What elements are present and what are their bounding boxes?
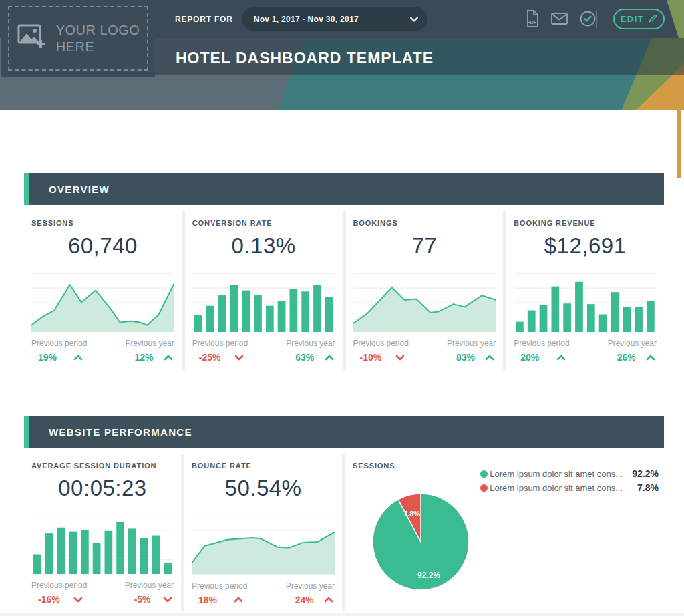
dashboard-content: OVERVIEW SESSIONS 60,740 Previous period… bbox=[24, 110, 664, 611]
pdf-export-icon[interactable]: PDF bbox=[525, 10, 539, 27]
card-value: 0.13% bbox=[192, 233, 335, 259]
previous-period-compare: Previous period 18% bbox=[192, 581, 247, 605]
avg-session-duration-card: AVERAGE SESSION DURATION 00:05:23 Previo… bbox=[24, 454, 181, 611]
delta-value: -16% bbox=[38, 594, 60, 605]
booking-revenue-card: BOOKING REVENUE $12,691 Previous period … bbox=[506, 211, 664, 371]
previous-period-compare: Previous period -25% bbox=[192, 339, 248, 363]
legend-dot-red bbox=[480, 484, 488, 492]
card-value: 60,740 bbox=[31, 233, 174, 259]
sessions-pie-card: SESSIONS 7.8% 92.2% Lorem ipsum dolor si… bbox=[345, 454, 664, 611]
card-title: BOUNCE RATE bbox=[192, 462, 335, 470]
edit-button-label: EDIT bbox=[621, 14, 645, 24]
legend-item: Lorem ipsum dolor sit amet cons... 7.8% bbox=[480, 482, 659, 493]
delta-value: 24% bbox=[295, 595, 314, 605]
chevron-down-icon bbox=[163, 594, 172, 605]
report-for-group: REPORT FOR Nov 1, 2017 - Nov 30, 2017 bbox=[175, 7, 428, 31]
sessions-trend-chart bbox=[31, 272, 174, 332]
section-title: OVERVIEW bbox=[49, 184, 110, 195]
date-range-dropdown[interactable]: Nov 1, 2017 - Nov 30, 2017 bbox=[242, 7, 428, 31]
website-performance-cards-row: AVERAGE SESSION DURATION 00:05:23 Previo… bbox=[24, 454, 664, 611]
revenue-trend-chart bbox=[514, 272, 657, 332]
card-footer: Previous period -16% Previous year -5% bbox=[31, 581, 174, 605]
previous-period-compare: Previous period 20% bbox=[514, 339, 569, 363]
bookings-trend-chart bbox=[353, 272, 496, 332]
delta-value: 83% bbox=[456, 352, 475, 363]
previous-period-compare: Previous period -10% bbox=[353, 339, 409, 363]
page-title: HOTEL DASHBOARD TEMPLATE bbox=[176, 49, 434, 67]
legend-dot-green bbox=[480, 470, 488, 478]
toolbar-divider-left bbox=[510, 10, 510, 28]
bounce-trend-chart bbox=[192, 514, 335, 575]
header-banner: YOUR LOGO HERE REPORT FOR Nov 1, 2017 - … bbox=[0, 0, 684, 110]
duration-trend-chart bbox=[31, 514, 174, 574]
chevron-up-icon bbox=[324, 595, 333, 605]
logo-upload-placeholder[interactable]: YOUR LOGO HERE bbox=[8, 6, 148, 71]
delta-value: 20% bbox=[520, 352, 539, 363]
delta-value: -5% bbox=[134, 594, 151, 605]
hotel-dashboard-page: YOUR LOGO HERE REPORT FOR Nov 1, 2017 - … bbox=[0, 0, 684, 616]
previous-period-compare: Previous period 19% bbox=[31, 339, 87, 363]
pie-legend: Lorem ipsum dolor sit amet cons... 92.2%… bbox=[480, 468, 659, 493]
card-footer: Previous period 18% Previous year 24% bbox=[192, 581, 335, 605]
chevron-down-icon bbox=[395, 352, 405, 363]
delta-value: 19% bbox=[38, 352, 57, 363]
image-placeholder-icon bbox=[17, 23, 47, 54]
legend-item: Lorem ipsum dolor sit amet cons... 92.2% bbox=[480, 468, 659, 479]
previous-period-compare: Previous period -16% bbox=[31, 581, 87, 605]
edit-button[interactable]: EDIT bbox=[613, 9, 665, 29]
chevron-up-icon bbox=[325, 352, 334, 363]
toolbar-icons: PDF bbox=[525, 10, 596, 27]
section-header-website-performance: WEBSITE PERFORMANCE bbox=[24, 416, 664, 448]
section-title: WEBSITE PERFORMANCE bbox=[49, 426, 192, 438]
previous-year-compare: Previous year 63% bbox=[286, 339, 335, 363]
edit-pencil-icon bbox=[649, 14, 657, 25]
logo-placeholder-text: YOUR LOGO HERE bbox=[56, 22, 140, 55]
conversion-trend-chart bbox=[192, 272, 335, 332]
card-footer: Previous period -10% Previous year 83% bbox=[353, 339, 496, 363]
card-title: SESSIONS bbox=[31, 219, 174, 227]
card-title: BOOKINGS bbox=[353, 219, 496, 227]
chevron-up-icon bbox=[646, 352, 655, 363]
report-for-label: REPORT FOR bbox=[175, 15, 233, 24]
card-footer: Previous period -25% Previous year 63% bbox=[192, 339, 335, 363]
card-value: 77 bbox=[353, 233, 496, 259]
chevron-up-icon bbox=[73, 352, 83, 363]
card-title: AVERAGE SESSION DURATION bbox=[31, 462, 174, 470]
chevron-down-icon bbox=[73, 594, 83, 605]
delta-value: 12% bbox=[134, 352, 153, 363]
chevron-down-icon bbox=[234, 352, 244, 363]
chevron-up-icon bbox=[485, 352, 494, 363]
card-footer: Previous period 20% Previous year 26% bbox=[514, 339, 657, 363]
bookings-card: BOOKINGS 77 Previous period -10% bbox=[346, 211, 504, 371]
delta-value: 63% bbox=[295, 352, 314, 363]
chevron-up-icon bbox=[164, 352, 173, 363]
card-footer: Previous period 19% Previous year 12% bbox=[31, 339, 174, 363]
previous-year-compare: Previous year 12% bbox=[125, 339, 174, 363]
section-header-overview: OVERVIEW bbox=[24, 173, 664, 205]
card-title: CONVERSION RATE bbox=[192, 219, 335, 227]
previous-year-compare: Previous year 83% bbox=[447, 339, 496, 363]
delta-value: 18% bbox=[198, 595, 217, 605]
bounce-rate-card: BOUNCE RATE 50.54% Previous period 18% bbox=[184, 454, 342, 611]
chevron-up-icon bbox=[556, 352, 566, 363]
sessions-pie-chart: 7.8% 92.2% bbox=[371, 492, 471, 592]
previous-year-compare: Previous year 24% bbox=[286, 581, 335, 605]
card-value: $12,691 bbox=[514, 233, 657, 259]
previous-year-compare: Previous year 26% bbox=[608, 339, 657, 363]
sessions-card: SESSIONS 60,740 Previous period 19% bbox=[24, 211, 182, 371]
bottom-strip bbox=[0, 613, 684, 616]
pie-slice-label-big: 92.2% bbox=[417, 571, 440, 580]
svg-text:PDF: PDF bbox=[527, 20, 537, 25]
card-value: 00:05:23 bbox=[31, 476, 174, 501]
delta-value: -25% bbox=[199, 352, 221, 363]
decorative-side-strip bbox=[677, 110, 681, 178]
card-value: 50.54% bbox=[192, 476, 335, 501]
email-icon[interactable] bbox=[551, 13, 568, 25]
card-title: BOOKING REVENUE bbox=[514, 219, 657, 227]
previous-year-compare: Previous year -5% bbox=[125, 581, 174, 605]
overview-cards-row: SESSIONS 60,740 Previous period 19% bbox=[24, 211, 664, 371]
toolbar-divider-right bbox=[596, 10, 597, 28]
delta-value: 26% bbox=[617, 352, 636, 363]
check-circle-icon[interactable] bbox=[580, 11, 596, 27]
chevron-down-icon bbox=[410, 17, 418, 22]
